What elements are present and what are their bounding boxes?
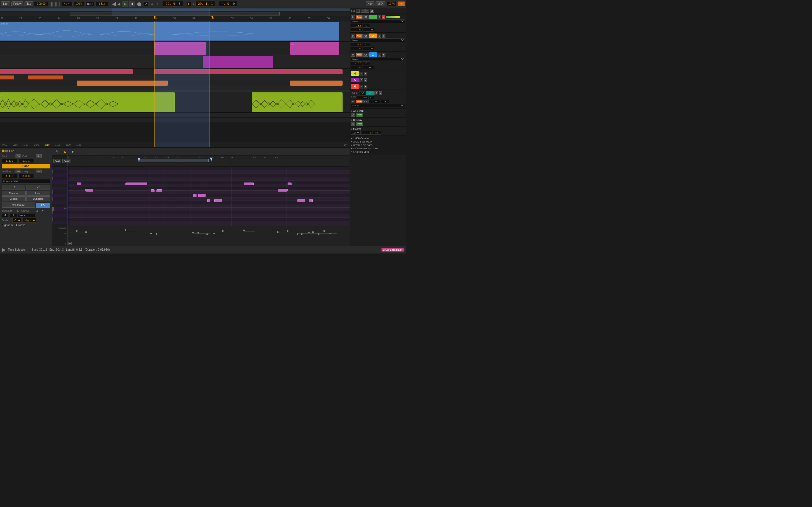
- vel-dot-11[interactable]: [243, 230, 245, 231]
- vel-dot-2[interactable]: [85, 231, 87, 233]
- status-play-btn[interactable]: ▶: [2, 247, 6, 252]
- midi-note-13[interactable]: [297, 199, 305, 202]
- clip-synth-1[interactable]: ...: [0, 93, 175, 112]
- link-button[interactable]: Link: [1, 1, 10, 6]
- bpm-display[interactable]: 100.00: [34, 2, 48, 6]
- invert-btn[interactable]: Invert: [26, 191, 50, 196]
- vel-dot-8[interactable]: [206, 233, 208, 235]
- loop-button[interactable]: Loop: [2, 164, 50, 168]
- t3-mute-btn[interactable]: ●: [382, 53, 386, 57]
- t1-s-btn[interactable]: S: [377, 15, 381, 19]
- plus2-btn[interactable]: +2: [2, 185, 26, 190]
- t7-vol2[interactable]: -29.0: [369, 100, 380, 103]
- clip-3op-1[interactable]: -- - -- --: [203, 56, 273, 68]
- master-pan[interactable]: 6.0: [373, 131, 381, 135]
- clip-oxi-2[interactable]: -- -: [290, 42, 339, 55]
- set-lock-btn[interactable]: 🔒: [370, 9, 374, 13]
- zoom-display[interactable]: 100%: [73, 2, 84, 6]
- t4-mute-btn[interactable]: ●: [364, 72, 367, 75]
- t2-routing[interactable]: Master: [351, 38, 405, 42]
- len-set-btn[interactable]: Set: [36, 170, 42, 173]
- t7-in-btn[interactable]: In: [351, 100, 355, 103]
- t5-s-btn[interactable]: S: [359, 78, 363, 82]
- groove-val[interactable]: None: [18, 213, 35, 217]
- play-button[interactable]: ▶: [122, 1, 128, 7]
- midi-loop-end-marker[interactable]: [210, 158, 212, 162]
- loop-display[interactable]: 1 Bar: [96, 2, 108, 6]
- t7-s-btn[interactable]: S: [374, 91, 378, 95]
- t2-send-2[interactable]: -inf: [363, 47, 374, 50]
- t3-auto-btn[interactable]: Auto: [356, 53, 363, 57]
- t7-vol[interactable]: -8.0: [357, 96, 368, 100]
- t7-vol3[interactable]: -19.7: [381, 100, 389, 103]
- t3-pan[interactable]: C: [363, 61, 370, 65]
- times2-btn[interactable]: ×2: [27, 185, 50, 190]
- vel-dot-14[interactable]: [297, 233, 298, 235]
- vel-dot-10[interactable]: [222, 230, 223, 232]
- t7-mute-btn[interactable]: ●: [378, 91, 382, 95]
- t3-in-btn[interactable]: In: [351, 53, 355, 57]
- midi-note-11[interactable]: [278, 189, 288, 191]
- sig-den-val[interactable]: 4: [10, 213, 17, 217]
- loop-pos-icon[interactable]: ⊓: [187, 2, 192, 6]
- t2-off-btn[interactable]: Off: [363, 34, 368, 38]
- midi-note-12[interactable]: [288, 182, 292, 185]
- t7-routing[interactable]: Master: [351, 104, 405, 107]
- cpu-button[interactable]: ⚡: [398, 1, 405, 6]
- t1-in-btn[interactable]: In: [351, 15, 355, 19]
- t3-off-btn[interactable]: Off: [363, 53, 368, 57]
- end-set-btn[interactable]: Set: [36, 154, 42, 158]
- t1-pan[interactable]: C: [363, 24, 370, 27]
- groove-up-icon[interactable]: ▲: [35, 209, 40, 212]
- loop-toggle[interactable]: ⟳: [143, 1, 149, 6]
- t2-send-1[interactable]: -inf: [351, 47, 362, 50]
- t7-off-btn[interactable]: Off: [363, 100, 368, 103]
- t2-in-btn[interactable]: In: [351, 34, 355, 38]
- pos-set-btn[interactable]: Set: [15, 170, 21, 173]
- mini-overview[interactable]: [0, 8, 350, 16]
- click-icon[interactable]: ○: [155, 2, 159, 6]
- rewind-icon[interactable]: ◀|: [112, 2, 116, 6]
- t2-mute-btn[interactable]: ●: [382, 34, 386, 38]
- clip-4b-1[interactable]: [0, 75, 14, 79]
- midi-pencil-tool[interactable]: ✎: [54, 149, 60, 154]
- back-icon[interactable]: ◀: [117, 2, 120, 6]
- midi-note-6[interactable]: [193, 194, 197, 197]
- clip-csb-1[interactable]: [0, 69, 133, 74]
- t1-send-2[interactable]: -inf: [363, 28, 374, 32]
- clip-synth-2[interactable]: [252, 93, 343, 112]
- t7-auto-btn[interactable]: Auto: [356, 100, 363, 103]
- t1-mute-btn[interactable]: ●: [382, 15, 386, 19]
- vel-dot-17[interactable]: [312, 231, 314, 233]
- t1-routing[interactable]: Master: [351, 19, 405, 23]
- fold-btn[interactable]: Fold: [53, 159, 61, 163]
- scale-type-select[interactable]: Major: [22, 218, 36, 223]
- set-pen-btn[interactable]: ✎: [365, 9, 369, 13]
- t1-vol[interactable]: -13.5: [351, 24, 362, 27]
- delay-post-btn[interactable]: Post: [356, 122, 363, 126]
- midi-note-9[interactable]: [214, 199, 222, 202]
- t4-s-btn[interactable]: S: [359, 72, 363, 75]
- stop-button[interactable]: ■: [129, 1, 135, 7]
- end-val[interactable]: 5. 1. 1: [18, 159, 34, 163]
- vel-grid[interactable]: ▶: [68, 226, 350, 245]
- midi-note-10[interactable]: [244, 182, 254, 185]
- t3-send-1[interactable]: -inf: [351, 66, 362, 69]
- midi-note-14[interactable]: [309, 199, 313, 202]
- random-val[interactable]: 127: [36, 203, 50, 208]
- clip-4b-2[interactable]: [28, 75, 63, 79]
- key-button[interactable]: Key: [366, 1, 374, 6]
- vel-dot-13[interactable]: [287, 230, 289, 232]
- t3-send-2[interactable]: -38.0: [363, 66, 374, 69]
- start-val[interactable]: 1. 1. 1: [2, 159, 17, 163]
- t2-auto-btn[interactable]: Auto: [356, 34, 363, 38]
- midi-note-8[interactable]: [207, 199, 210, 202]
- t7-ext-select[interactable]: [359, 91, 365, 95]
- follow-button[interactable]: Follow: [11, 1, 23, 6]
- midi-note-1[interactable]: [77, 182, 81, 185]
- t2-pan[interactable]: C: [363, 43, 370, 47]
- t6-s-btn[interactable]: S: [359, 85, 363, 89]
- clip-vs-2[interactable]: [290, 80, 343, 86]
- t3-s-btn[interactable]: S: [377, 53, 381, 57]
- sig-num-val[interactable]: 4: [2, 213, 9, 217]
